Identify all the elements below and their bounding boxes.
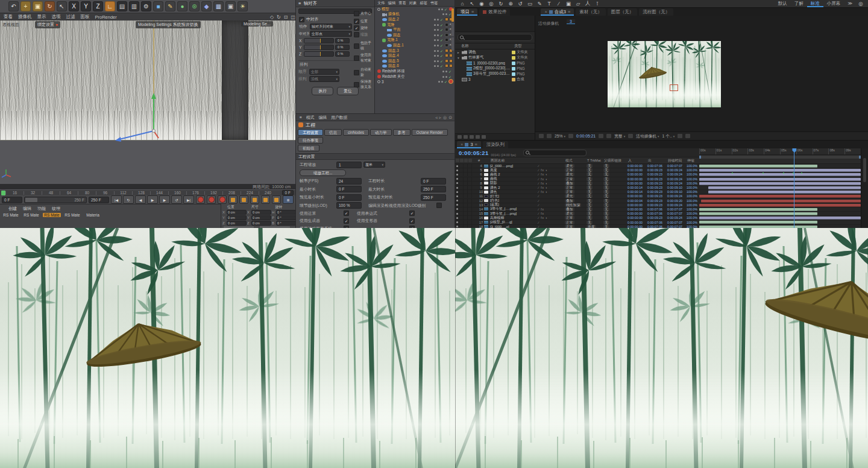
- last-tool-icon[interactable]: ↖: [57, 1, 67, 11]
- timeline-tab-comp[interactable]: ×3≡: [457, 141, 481, 148]
- coord-field[interactable]: 0 cm: [251, 210, 271, 215]
- object-row[interactable]: 圆盘.1 ✓: [375, 43, 454, 48]
- record-button[interactable]: [196, 195, 205, 204]
- next-frame-button[interactable]: ▶: [159, 195, 170, 204]
- pixel-aspect-icon[interactable]: [678, 134, 682, 138]
- visibility-render-dot[interactable]: [437, 55, 439, 57]
- attribute-menu-item[interactable]: 编辑: [319, 115, 327, 121]
- parent-dropdown[interactable]: 无: [603, 216, 609, 220]
- layer-switches[interactable]: ∕: [538, 199, 565, 203]
- layer-duration-bar[interactable]: [699, 217, 861, 220]
- attribute-checkbox[interactable]: ✓: [409, 218, 415, 224]
- camera-icon[interactable]: [599, 134, 603, 138]
- layer-switches[interactable]: ∕ fx ◐: [538, 216, 565, 220]
- layer-duration-bar[interactable]: [699, 165, 817, 168]
- toggle-views-icon[interactable]: ◫: [291, 14, 295, 20]
- material-menu-item[interactable]: 编辑: [23, 206, 31, 212]
- trkmat-dropdown[interactable]: 无: [587, 186, 593, 189]
- project-search-input[interactable]: [458, 34, 532, 41]
- layer-duration-track[interactable]: [699, 203, 861, 207]
- autokey-button[interactable]: [207, 195, 216, 204]
- enable-check[interactable]: ✓: [440, 43, 443, 48]
- hand-tool-icon[interactable]: ◉: [477, 1, 486, 7]
- panel-menu-icon[interactable]: ≡: [300, 115, 302, 119]
- viewport-menu-item[interactable]: 摄像机: [18, 14, 32, 20]
- deformer-icon[interactable]: ⊛: [189, 1, 200, 11]
- trkmat-dropdown[interactable]: 无: [587, 194, 593, 198]
- layer-duration-bar[interactable]: [708, 191, 861, 194]
- undo-icon[interactable]: ↶: [8, 1, 19, 11]
- keyframe-selection-button[interactable]: [218, 195, 227, 204]
- snapshot-icon[interactable]: [539, 134, 544, 138]
- parent-dropdown[interactable]: 无: [603, 207, 609, 211]
- object-row[interactable]: 摄像机 ✓: [375, 12, 454, 17]
- pen-tool-icon[interactable]: ✎: [535, 1, 544, 7]
- visibility-editor-dot[interactable]: [434, 60, 436, 62]
- attribute-menu-item[interactable]: 用户数据: [331, 115, 347, 121]
- zoom-tool-icon[interactable]: ◎: [486, 1, 496, 7]
- key-position-button[interactable]: [228, 195, 237, 204]
- parent-dropdown[interactable]: 无: [603, 164, 609, 168]
- object-manager-menu-item[interactable]: 标签: [420, 1, 427, 6]
- viewport-menu-item[interactable]: 查看: [4, 14, 13, 20]
- enable-check[interactable]: ✓: [440, 54, 443, 58]
- layer-switches[interactable]: ∕ fx ◐: [538, 186, 565, 189]
- project-item-row[interactable]: 1_[0000-0230].png PNG: [455, 60, 535, 66]
- project-item-row[interactable]: 3 合成: [455, 77, 535, 82]
- layer-duration-track[interactable]: [699, 190, 861, 194]
- visibility-editor-dot[interactable]: [434, 55, 436, 57]
- attribute-tab[interactable]: 动力学: [370, 129, 392, 136]
- project-item-row[interactable]: ▸ 调色 文件夹: [455, 49, 535, 55]
- object-row[interactable]: 平面 ✓: [375, 27, 454, 33]
- goto-start-button[interactable]: |◀: [111, 195, 122, 204]
- pen-icon[interactable]: ✎: [165, 1, 175, 11]
- material-thumbnail[interactable]: RS Mate: [22, 212, 40, 217]
- enable-check[interactable]: ✓: [440, 17, 443, 22]
- attribute-checkbox[interactable]: ✓: [344, 210, 349, 216]
- lock-z-icon[interactable]: Z: [93, 1, 103, 11]
- resolution-dropdown[interactable]: 完整 ▾: [614, 133, 625, 139]
- workspace-more-button[interactable]: ≫: [844, 0, 856, 7]
- project-item-row[interactable]: ▾ 竹林雾气 文件夹: [455, 55, 535, 60]
- tab-flowchart[interactable]: 流程图（无）: [639, 8, 673, 16]
- object-row[interactable]: 圆盘.5 ✓: [375, 58, 454, 64]
- layer-duration-bar[interactable]: [699, 169, 861, 172]
- timeline-track-area[interactable]: 00s01s02s03s04s05s06s07s08s09s10s: [699, 148, 861, 228]
- layer-duration-bar[interactable]: [699, 182, 861, 185]
- attribute-tab[interactable]: Octane Render: [412, 129, 448, 136]
- layer-duration-bar[interactable]: [699, 221, 817, 224]
- visibility-render-dot[interactable]: [445, 71, 447, 72]
- play-button[interactable]: ▶: [147, 195, 158, 204]
- unit-dropdown[interactable]: 厘米▾: [363, 162, 385, 168]
- composition-viewer[interactable]: 活动摄像机 3: [535, 16, 868, 131]
- section-header[interactable]: 工程设置: [296, 153, 454, 160]
- workspace-tab[interactable]: 了解: [791, 0, 807, 7]
- work-area-bar[interactable]: [699, 156, 861, 159]
- coord-field[interactable]: 0 °: [276, 221, 296, 226]
- visibility-render-dot[interactable]: [437, 50, 439, 52]
- object-row[interactable]: 3 ✓: [375, 79, 454, 84]
- axis-slider[interactable]: [304, 38, 334, 43]
- material-thumbnail[interactable]: RS Mate: [63, 212, 81, 217]
- axis-value-field[interactable]: 0 %: [335, 45, 350, 50]
- visibility-render-dot[interactable]: [437, 45, 439, 46]
- layer-switches[interactable]: ∕: [538, 194, 565, 198]
- orbit-view-icon[interactable]: ↻: [277, 14, 281, 20]
- material-menu-item[interactable]: 纹理: [52, 206, 60, 212]
- visibility-editor-dot[interactable]: [434, 65, 436, 67]
- object-row[interactable]: 克隆 ✓: [375, 22, 454, 28]
- tab-effect-controls[interactable]: 效果控件: [479, 8, 510, 16]
- layer-duration-bar[interactable]: [708, 186, 861, 189]
- visibility-editor-dot[interactable]: [438, 81, 440, 83]
- camera-icon[interactable]: ▣: [225, 1, 236, 11]
- transparency-grid-icon[interactable]: [628, 134, 633, 138]
- loop-mode-button[interactable]: ↻: [123, 195, 134, 204]
- trkmat-dropdown[interactable]: 无: [587, 182, 593, 185]
- parent-dropdown[interactable]: 无: [603, 168, 609, 172]
- current-frame-field[interactable]: 0 F: [282, 190, 294, 195]
- label-color-swatch[interactable]: [512, 67, 515, 71]
- visibility-editor-dot[interactable]: [442, 71, 444, 72]
- visibility-editor-dot[interactable]: [434, 29, 436, 31]
- trkmat-dropdown[interactable]: 无: [587, 172, 593, 176]
- c4d-viewport[interactable]: 透视视图 绑定设置 ● Modeling Settings 系统预设切换 Mod…: [0, 21, 295, 184]
